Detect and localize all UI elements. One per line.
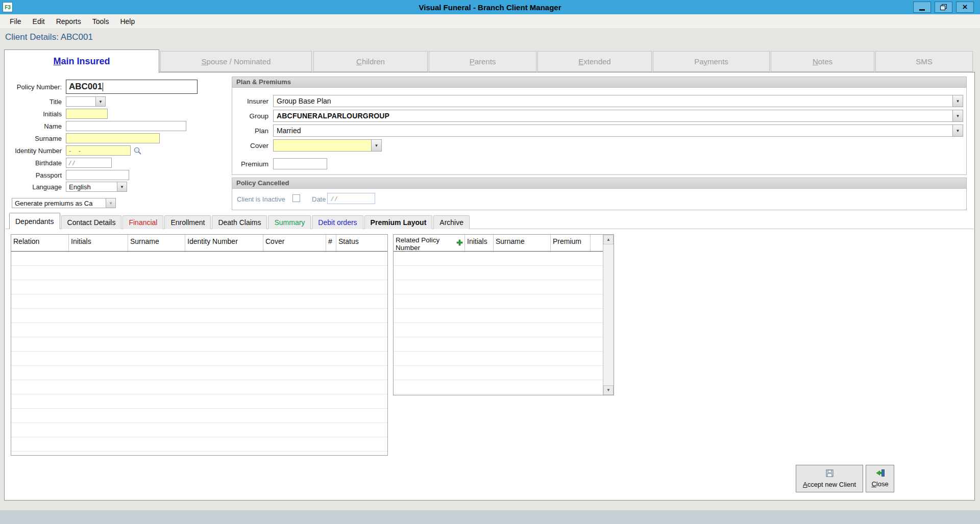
restore-button[interactable] bbox=[935, 2, 952, 13]
passport-label: Passport bbox=[5, 171, 66, 179]
text-caret bbox=[103, 83, 103, 91]
app-icon: F3 bbox=[3, 2, 13, 12]
policy-cancelled-group: Policy Cancelled Client is Inactive Date… bbox=[232, 178, 967, 210]
dependants-grid: Relation Initials Surname Identity Numbe… bbox=[11, 234, 388, 456]
chevron-down-icon[interactable]: ▼ bbox=[117, 182, 127, 191]
minimize-icon bbox=[919, 4, 925, 11]
title-row: Title ▼ bbox=[5, 96, 106, 107]
tab-archive[interactable]: Archive bbox=[433, 215, 470, 229]
close-button[interactable]: Close bbox=[866, 465, 894, 492]
related-grid-header: Related Policy Number Initials Surname P… bbox=[394, 235, 614, 252]
related-policies-grid: Related Policy Number Initials Surname P… bbox=[393, 234, 614, 395]
initials-label: Initials bbox=[5, 110, 66, 118]
chevron-down-icon[interactable]: ▼ bbox=[952, 125, 963, 136]
initials-input[interactable] bbox=[66, 109, 108, 119]
tab-extended[interactable]: Extended bbox=[537, 51, 652, 72]
menu-file[interactable]: File bbox=[4, 15, 27, 28]
tab-sms[interactable]: SMS bbox=[875, 51, 973, 72]
insurer-select[interactable]: Group Base Plan ▼ bbox=[273, 95, 963, 107]
identity-number-row: Identity Number - - bbox=[5, 145, 142, 156]
column-header-surname: Surname bbox=[128, 235, 185, 251]
generate-premiums-select[interactable]: Generate premiums as Ca ▼ bbox=[12, 198, 116, 208]
surname-row: Surname bbox=[5, 133, 160, 144]
chevron-down-icon[interactable]: ▼ bbox=[952, 110, 963, 121]
chevron-down-icon[interactable]: ▼ bbox=[106, 198, 115, 208]
menubar: File Edit Reports Tools Help bbox=[0, 14, 980, 28]
generate-premiums-row: Generate premiums as Ca ▼ bbox=[12, 197, 116, 209]
column-header-hash: # bbox=[326, 235, 336, 251]
surname-label: Surname bbox=[5, 135, 66, 142]
name-label: Name bbox=[5, 122, 66, 130]
surname-input[interactable] bbox=[66, 133, 160, 143]
column-header-initials: Initials bbox=[69, 235, 128, 251]
menu-help[interactable]: Help bbox=[114, 15, 140, 28]
menu-reports[interactable]: Reports bbox=[51, 15, 87, 28]
accept-new-client-button[interactable]: Accept new Client bbox=[796, 465, 863, 492]
scroll-down-icon[interactable]: ▼ bbox=[603, 385, 614, 395]
title-select[interactable]: ▼ bbox=[66, 96, 106, 107]
menu-tools[interactable]: Tools bbox=[87, 15, 115, 28]
plan-premiums-group: Plan & Premiums Insurer Group Base Plan … bbox=[232, 77, 967, 175]
window-controls: × bbox=[913, 2, 974, 13]
tab-children[interactable]: Children bbox=[313, 51, 428, 72]
tab-financial[interactable]: Financial bbox=[122, 215, 163, 229]
add-icon[interactable] bbox=[456, 239, 463, 246]
cancel-date-input[interactable]: / / bbox=[327, 193, 375, 204]
tab-main-insured[interactable]: Main Insured bbox=[4, 49, 159, 73]
client-inactive-label: Client is Inactive bbox=[237, 195, 285, 203]
related-grid-body[interactable] bbox=[394, 252, 603, 395]
tab-contact-details[interactable]: Contact Details bbox=[61, 215, 122, 229]
tab-debit-orders[interactable]: Debit orders bbox=[312, 215, 363, 229]
name-input[interactable] bbox=[66, 121, 186, 131]
identity-number-input[interactable]: - - bbox=[66, 145, 131, 156]
passport-row: Passport bbox=[5, 169, 129, 181]
initials-row: Initials bbox=[5, 108, 108, 119]
tab-payments[interactable]: Payments bbox=[653, 51, 770, 72]
insurer-label: Insurer bbox=[232, 97, 273, 105]
premium-input[interactable] bbox=[273, 158, 327, 169]
chevron-down-icon[interactable]: ▼ bbox=[95, 97, 105, 106]
exit-icon bbox=[876, 469, 885, 478]
chevron-down-icon[interactable]: ▼ bbox=[952, 95, 963, 107]
tab-dependants[interactable]: Dependants bbox=[9, 213, 60, 229]
group-label: Group bbox=[232, 112, 273, 120]
premium-row: Premium bbox=[232, 158, 327, 170]
column-header-relation: Relation bbox=[11, 235, 69, 251]
title-label: Title bbox=[5, 98, 66, 106]
tab-death-claims[interactable]: Death Claims bbox=[212, 215, 267, 229]
language-row: Language English ▼ bbox=[5, 181, 127, 193]
column-header-status: Status bbox=[336, 235, 387, 251]
passport-input[interactable] bbox=[66, 170, 129, 180]
save-icon bbox=[826, 469, 834, 479]
search-icon[interactable] bbox=[133, 146, 142, 155]
menu-edit[interactable]: Edit bbox=[27, 15, 51, 28]
related-grid-scrollbar[interactable]: ▲ ▼ bbox=[603, 235, 614, 395]
scroll-up-icon[interactable]: ▲ bbox=[603, 235, 614, 244]
cover-select[interactable]: ▼ bbox=[273, 139, 382, 152]
tab-premium-layout[interactable]: Premium Layout bbox=[364, 215, 433, 229]
close-window-button[interactable]: × bbox=[956, 2, 974, 13]
minimize-button[interactable] bbox=[913, 2, 931, 13]
birthdate-input[interactable]: / / bbox=[66, 158, 112, 168]
chevron-down-icon[interactable]: ▼ bbox=[371, 140, 381, 151]
tab-spouse-nominated[interactable]: Spouse / Nominated bbox=[160, 51, 312, 72]
dependants-grid-body[interactable] bbox=[11, 252, 387, 455]
group-select[interactable]: ABCFUNERALPARLOURGROUP ▼ bbox=[273, 110, 963, 122]
policy-number-input[interactable]: ABC001 bbox=[66, 80, 198, 94]
tab-summary[interactable]: Summary bbox=[268, 215, 311, 229]
premium-label: Premium bbox=[232, 160, 273, 168]
tab-notes[interactable]: Notes bbox=[771, 51, 874, 72]
detail-tabstrip: Dependants Contact Details Financial Enr… bbox=[9, 213, 471, 229]
client-inactive-checkbox[interactable] bbox=[292, 194, 300, 202]
tab-enrollment[interactable]: Enrollment bbox=[164, 215, 211, 229]
plan-row: Plan Married ▼ bbox=[232, 124, 963, 137]
tab-parents[interactable]: Parents bbox=[429, 51, 536, 72]
plan-select[interactable]: Married ▼ bbox=[273, 124, 963, 137]
language-select[interactable]: English ▼ bbox=[66, 182, 127, 192]
cover-row: Cover ▼ bbox=[232, 139, 382, 152]
column-header-initials: Initials bbox=[465, 235, 494, 251]
column-header-surname: Surname bbox=[494, 235, 551, 251]
close-icon: × bbox=[963, 3, 968, 11]
plan-label: Plan bbox=[232, 127, 273, 135]
cancel-date-label: Date bbox=[312, 195, 326, 203]
